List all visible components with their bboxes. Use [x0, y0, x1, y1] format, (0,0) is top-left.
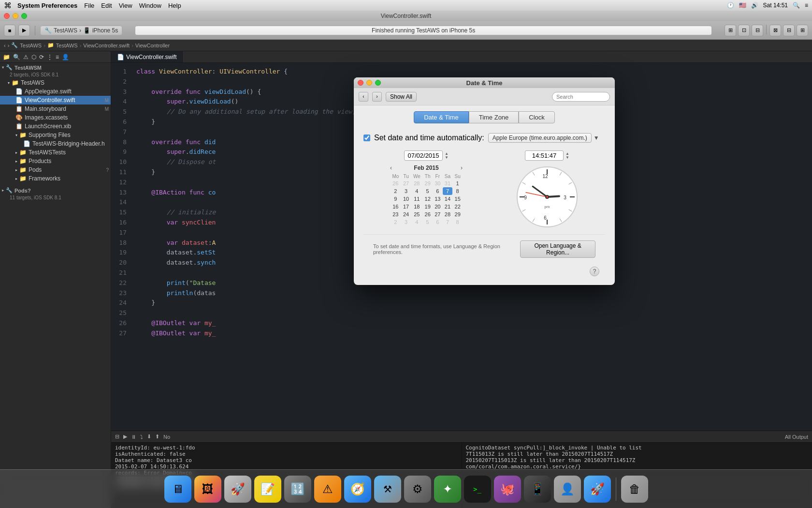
- layout-btn-1[interactable]: ⊞: [725, 25, 736, 36]
- dock-item-finder[interactable]: 🖥: [164, 476, 191, 503]
- cal-day[interactable]: 1: [452, 179, 463, 187]
- menubar-list-icon[interactable]: ≡: [805, 2, 808, 9]
- date-stepper[interactable]: ▲ ▼: [445, 152, 449, 160]
- debug-stepinto-icon[interactable]: ⬇: [147, 433, 151, 440]
- dock-item-rocket[interactable]: 🚀: [224, 476, 251, 503]
- breadcrumb-nav-back[interactable]: ‹: [4, 43, 6, 48]
- cal-day[interactable]: 13: [433, 195, 443, 203]
- menubar-file[interactable]: File: [84, 2, 94, 9]
- cal-day[interactable]: 24: [401, 210, 411, 218]
- modal-close-button[interactable]: [358, 80, 363, 86]
- auto-set-checkbox[interactable]: [363, 134, 370, 141]
- scheme-selector[interactable]: 🔧 TestAWS › 📱 iPhone 5s: [40, 26, 122, 35]
- cal-day[interactable]: 5: [422, 218, 433, 226]
- tab-viewcontroller[interactable]: 📄 ViewController.swift: [111, 51, 183, 62]
- cal-day[interactable]: 26: [390, 179, 401, 187]
- close-button[interactable]: [4, 13, 10, 19]
- tab-time-zone[interactable]: Time Zone: [469, 111, 519, 123]
- dock-item-github[interactable]: 🐙: [494, 476, 521, 503]
- cal-day[interactable]: 27: [433, 210, 443, 218]
- cal-day[interactable]: 6: [433, 218, 443, 226]
- cal-day[interactable]: 14: [443, 195, 453, 203]
- cal-day[interactable]: 27: [401, 179, 411, 187]
- dock-item-sysprefs[interactable]: ⚙: [404, 476, 431, 503]
- cal-day[interactable]: 28: [411, 179, 422, 187]
- sidebar-robot-icon[interactable]: 👤: [62, 54, 69, 60]
- cal-day[interactable]: 22: [452, 203, 463, 210]
- sidebar-commit-icon[interactable]: ⋮: [47, 54, 53, 60]
- dock-item-iossim[interactable]: 📱: [524, 476, 551, 503]
- cal-day[interactable]: 4: [411, 187, 422, 195]
- sidebar-warning-icon[interactable]: ⚠: [23, 54, 29, 60]
- sidebar-history-icon[interactable]: ⟳: [39, 54, 44, 60]
- cal-day[interactable]: 6: [433, 187, 443, 195]
- menubar-view[interactable]: View: [119, 2, 132, 9]
- breadcrumb-symbol[interactable]: ViewController: [135, 43, 170, 48]
- cal-day[interactable]: 21: [443, 203, 453, 210]
- cal-day[interactable]: 29: [422, 179, 433, 187]
- show-all-button[interactable]: Show All: [386, 92, 417, 102]
- cal-day[interactable]: 29: [452, 210, 463, 218]
- debug-filter[interactable]: All Output: [785, 434, 808, 440]
- modal-search-input[interactable]: [552, 92, 610, 102]
- layout-btn-6[interactable]: ⊞: [797, 25, 808, 36]
- dock-item-instastats[interactable]: ⚠: [314, 476, 341, 503]
- stop-button[interactable]: ■: [4, 25, 15, 36]
- date-input[interactable]: [404, 150, 443, 161]
- dock-item-photos[interactable]: 🖼: [194, 476, 221, 503]
- tab-date-time[interactable]: Date & Time: [414, 111, 469, 123]
- maximize-button[interactable]: [21, 13, 27, 19]
- cal-day[interactable]: 25: [411, 210, 422, 218]
- run-button[interactable]: ▶: [18, 25, 30, 36]
- cal-day[interactable]: 26: [422, 210, 433, 218]
- sidebar-search-icon[interactable]: 🔍: [13, 54, 20, 60]
- breadcrumb-nav-fwd[interactable]: ›: [8, 43, 10, 48]
- sidebar-item-supportingfiles[interactable]: ▾ 📁 Supporting Files: [0, 131, 111, 139]
- cal-day[interactable]: 9: [390, 195, 401, 203]
- layout-btn-2[interactable]: ⊡: [738, 25, 750, 36]
- sidebar-folder-icon[interactable]: 📁: [3, 54, 10, 60]
- menubar-window[interactable]: Window: [139, 2, 161, 9]
- sidebar-testawsroot-label[interactable]: TestAWS: [14, 65, 37, 71]
- breadcrumb-group[interactable]: TestAWS: [56, 43, 78, 48]
- minimize-button[interactable]: [13, 13, 18, 19]
- modal-back-button[interactable]: ‹: [359, 92, 368, 102]
- cal-day[interactable]: 11: [411, 195, 422, 203]
- modal-forward-button[interactable]: ›: [372, 92, 382, 102]
- cal-day[interactable]: 8: [452, 187, 463, 195]
- apple-menu[interactable]: ⌘: [4, 1, 12, 10]
- cal-next-button[interactable]: ›: [461, 164, 463, 171]
- cal-day[interactable]: 17: [401, 203, 411, 210]
- open-language-region-button[interactable]: Open Language & Region...: [520, 240, 595, 258]
- time-input[interactable]: [525, 150, 564, 161]
- cal-day[interactable]: 3: [401, 187, 411, 195]
- menubar-search-icon[interactable]: 🔍: [793, 2, 800, 9]
- cal-day[interactable]: 15: [452, 195, 463, 203]
- sidebar-item-testawsgroup[interactable]: ▾ 📁 TestAWS: [0, 78, 111, 87]
- layout-btn-4[interactable]: ⊠: [769, 25, 781, 36]
- modal-minimize-button[interactable]: [366, 80, 372, 86]
- dock-item-gitbox[interactable]: ✦: [434, 476, 461, 503]
- cal-day[interactable]: 18: [411, 203, 422, 210]
- sidebar-pods-project-label[interactable]: Pods: [14, 188, 28, 194]
- sidebar-item-pods[interactable]: ▸ 📁 Pods ?: [0, 165, 111, 174]
- sidebar-item-appdelegate[interactable]: 📄 AppDelegate.swift: [0, 87, 111, 96]
- sidebar-item-frameworks[interactable]: ▸ 📁 Frameworks: [0, 174, 111, 183]
- cal-day[interactable]: 19: [422, 203, 433, 210]
- breadcrumb-file[interactable]: ViewController.swift: [83, 43, 130, 48]
- cal-day[interactable]: 2: [390, 218, 401, 226]
- layout-btn-3[interactable]: ⊟: [752, 25, 763, 36]
- debug-stepout-icon[interactable]: ⬆: [155, 433, 160, 440]
- cal-day[interactable]: 23: [390, 210, 401, 218]
- sidebar-item-products[interactable]: ▸ 📁 Products: [0, 157, 111, 165]
- debug-stepover-icon[interactable]: ⤵: [140, 434, 143, 440]
- dock-item-notes[interactable]: 📝: [254, 476, 281, 503]
- layout-btn-5[interactable]: ⊟: [783, 25, 795, 36]
- cal-day[interactable]: 10: [401, 195, 411, 203]
- server-select[interactable]: Apple Europe (time.euro.apple.com.) ▼: [488, 133, 599, 143]
- tab-clock[interactable]: Clock: [519, 111, 555, 123]
- sidebar-item-mainstoryboard[interactable]: 📋 Main.storyboard M: [0, 105, 111, 113]
- cal-day[interactable]: 28: [443, 210, 453, 218]
- cal-day[interactable]: 31: [443, 179, 453, 187]
- sidebar-item-images[interactable]: 🎨 Images.xcassets: [0, 113, 111, 122]
